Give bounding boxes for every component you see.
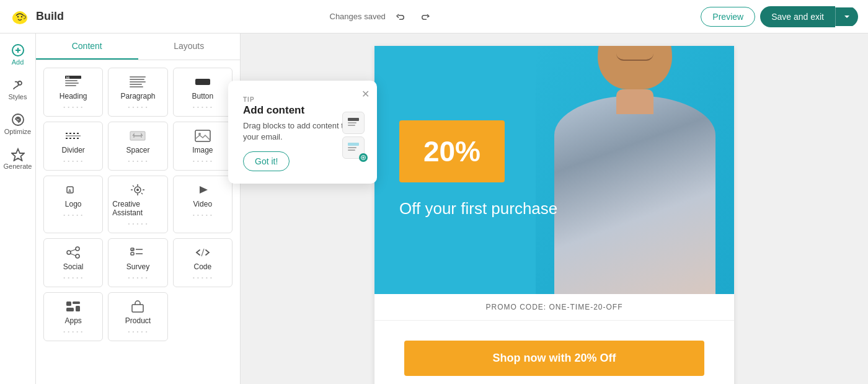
code-label: Code [193, 262, 211, 271]
spacer-icon [128, 128, 147, 143]
styles-icon [11, 78, 25, 92]
promo-badge: 20% [399, 120, 505, 182]
redo-button[interactable] [415, 7, 435, 27]
svg-point-3 [21, 16, 22, 17]
paragraph-icon [128, 74, 147, 89]
svg-rect-16 [130, 76, 146, 78]
panel-item-logo[interactable]: A Logo • • • • • [43, 176, 103, 233]
panel-item-button[interactable]: Button • • • • • [173, 68, 232, 117]
redo-icon [420, 12, 430, 22]
panel-item-divider[interactable]: Divider • • • • • [43, 122, 103, 171]
panel-item-survey[interactable]: Survey • • • • • [108, 238, 167, 287]
sidebar-item-generate-label: Generate [4, 163, 32, 170]
svg-rect-13 [65, 83, 79, 84]
svg-rect-19 [130, 84, 142, 85]
social-icon [64, 245, 82, 260]
logo-icon: A [64, 182, 82, 197]
svg-point-8 [12, 114, 24, 125]
sidebar-item-styles-label: Styles [9, 93, 27, 100]
save-button[interactable]: Save and exit [760, 6, 835, 27]
panel-item-video[interactable]: Video • • • • • [173, 176, 232, 233]
email-preview: 20% Off your first purchase [374, 46, 734, 384]
sidebar-item-add[interactable]: Add [2, 38, 33, 71]
undo-button[interactable] [391, 7, 410, 27]
heading-icon: Hi [64, 74, 82, 89]
heading-label: Heading [60, 92, 87, 100]
tooltip-tip-label: TIP [243, 96, 255, 103]
panel-grid: Hi Heading • • • • • Paragrap [36, 60, 240, 349]
topbar-left: Build [10, 7, 64, 27]
sidebar-item-generate[interactable]: Generate [2, 143, 33, 175]
sidebar-item-optimize[interactable]: Optimize [2, 108, 33, 140]
panel-item-product[interactable]: Product • • • • • [108, 292, 167, 341]
email-hero-content: 20% Off your first purchase [374, 96, 582, 244]
svg-rect-20 [130, 86, 143, 87]
tooltip-close-button[interactable]: ✕ [361, 88, 370, 100]
logo-label: Logo [65, 200, 82, 208]
svg-rect-53 [76, 306, 80, 311]
svg-point-42 [76, 254, 79, 258]
svg-line-49 [202, 249, 204, 256]
chevron-down-icon [843, 13, 851, 20]
panel-item-image[interactable]: Image • • • • • [173, 122, 232, 171]
panel-item-code[interactable]: Code • • • • • [173, 238, 232, 287]
sidebar-item-add-label: Add [12, 58, 24, 66]
got-it-button[interactable]: Got it! [243, 151, 290, 171]
svg-rect-46 [131, 252, 134, 255]
shop-btn-wrapper: Shop now with 20% Off [374, 321, 734, 384]
content-panel: Content Layouts Hi Heading • • • • • [36, 33, 241, 384]
survey-label: Survey [126, 262, 149, 271]
panel-item-social[interactable]: Social • • • • • [43, 238, 103, 287]
svg-rect-60 [348, 150, 355, 151]
svg-rect-21 [195, 79, 210, 85]
svg-line-36 [133, 185, 134, 187]
svg-rect-14 [65, 85, 76, 86]
svg-point-9 [17, 118, 19, 121]
image-label: Image [192, 146, 213, 154]
svg-marker-10 [12, 149, 24, 161]
add-icon [11, 43, 25, 57]
svg-line-44 [71, 254, 76, 256]
sidebar-item-styles[interactable]: Styles [2, 73, 33, 105]
svg-rect-59 [348, 147, 356, 148]
product-icon [128, 299, 147, 314]
svg-rect-58 [348, 143, 359, 146]
svg-rect-50 [66, 301, 71, 306]
svg-line-37 [141, 193, 143, 194]
tab-content[interactable]: Content [36, 33, 138, 60]
survey-icon [128, 245, 147, 260]
creative-assistant-icon [128, 182, 147, 197]
svg-marker-39 [200, 186, 208, 194]
optimize-icon [11, 113, 25, 127]
video-label: Video [193, 200, 212, 208]
product-label: Product [125, 316, 151, 325]
tooltip-mini-icon-2 [342, 136, 365, 159]
svg-rect-51 [73, 301, 80, 304]
paragraph-label: Paragraph [120, 92, 155, 100]
hero-text: Off your first purchase [399, 197, 557, 220]
shop-now-button[interactable]: Shop now with 20% Off [404, 341, 704, 376]
panel-item-paragraph[interactable]: Paragraph • • • • • [108, 68, 167, 117]
main-layout: Add Styles Optimize Generate [0, 33, 868, 384]
preview-button[interactable]: Preview [701, 7, 755, 27]
panel-item-heading[interactable]: Hi Heading • • • • • [43, 68, 103, 117]
spacer-label: Spacer [126, 146, 149, 154]
icon-sidebar: Add Styles Optimize Generate [0, 33, 36, 384]
code-icon [193, 245, 212, 260]
svg-text:Hi: Hi [66, 76, 70, 79]
svg-rect-52 [66, 308, 74, 311]
panel-item-creative-assistant[interactable]: Creative Assistant • • • • • [108, 176, 167, 233]
svg-text:A: A [68, 189, 71, 193]
tab-layouts[interactable]: Layouts [138, 33, 241, 60]
svg-rect-27 [195, 130, 210, 141]
panel-item-spacer[interactable]: Spacer • • • • • [108, 122, 167, 171]
svg-rect-55 [348, 118, 359, 121]
promo-code-text: PROMO CODE: ONE-TIME-20-OFF [485, 303, 622, 311]
video-icon [193, 182, 212, 197]
save-dropdown-button[interactable] [835, 7, 858, 26]
svg-rect-57 [348, 125, 355, 126]
image-icon [193, 128, 212, 143]
panel-item-apps[interactable]: Apps • • • • • [43, 292, 103, 341]
svg-rect-12 [65, 80, 78, 81]
svg-rect-17 [130, 79, 144, 80]
